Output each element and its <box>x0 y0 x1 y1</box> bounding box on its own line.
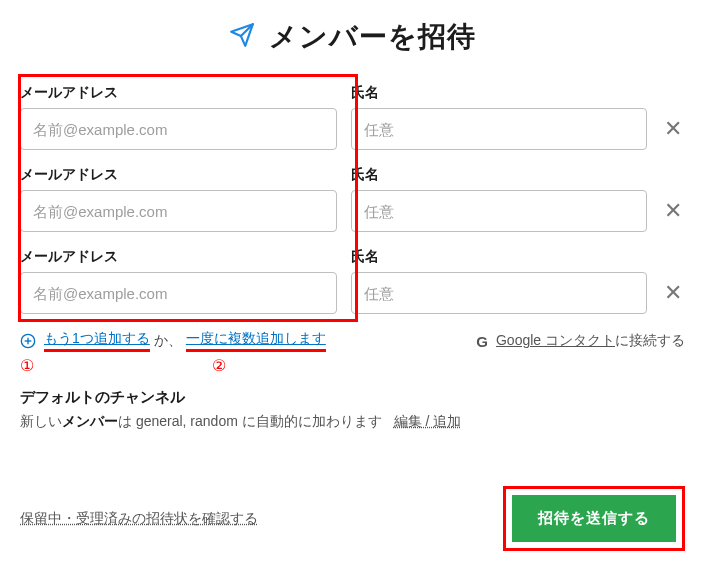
remove-row-icon[interactable]: ✕ <box>661 280 685 314</box>
invite-row: メールアドレス 氏名 ✕ <box>20 84 685 150</box>
links-row: もう1つ追加する か、 一度に複数追加します G Google コンタクトに接続… <box>20 330 685 352</box>
email-label: メールアドレス <box>20 84 337 102</box>
name-label: 氏名 <box>351 248 648 266</box>
google-connect: G Google コンタクトに接続する <box>476 332 685 350</box>
paper-plane-icon <box>229 22 255 52</box>
footer: 保留中・受理済みの招待状を確認する 招待を送信する <box>20 486 685 551</box>
page-title: メンバーを招待 <box>269 18 476 56</box>
email-input[interactable] <box>20 190 337 232</box>
plus-circle-icon <box>20 333 36 349</box>
email-label: メールアドレス <box>20 166 337 184</box>
name-input[interactable] <box>351 108 648 150</box>
name-input[interactable] <box>351 272 648 314</box>
add-one-link[interactable]: もう1つ追加する <box>44 330 150 352</box>
send-invite-button[interactable]: 招待を送信する <box>512 495 676 542</box>
default-channel-title: デフォルトのチャンネル <box>20 388 685 407</box>
or-text: か、 <box>154 332 182 350</box>
annotation-highlight-send: 招待を送信する <box>503 486 685 551</box>
name-label: 氏名 <box>351 84 648 102</box>
google-contacts-link[interactable]: Google コンタクト <box>496 332 615 348</box>
remove-row-icon[interactable]: ✕ <box>661 116 685 150</box>
email-label: メールアドレス <box>20 248 337 266</box>
email-input[interactable] <box>20 108 337 150</box>
invite-row: メールアドレス 氏名 ✕ <box>20 166 685 232</box>
annotation-number-2: ② <box>212 356 226 375</box>
add-many-link[interactable]: 一度に複数追加します <box>186 330 326 352</box>
edit-channels-link[interactable]: 編集 / 追加 <box>394 413 462 429</box>
name-label: 氏名 <box>351 166 648 184</box>
pending-invites-link[interactable]: 保留中・受理済みの招待状を確認する <box>20 510 258 528</box>
page-title-row: メンバーを招待 <box>20 18 685 56</box>
google-icon: G <box>476 333 488 350</box>
annotation-number-1: ① <box>20 356 34 375</box>
default-channel-desc: 新しいメンバーは general, random に自動的に加わります 編集 /… <box>20 413 685 431</box>
name-input[interactable] <box>351 190 648 232</box>
email-input[interactable] <box>20 272 337 314</box>
invite-fields: メールアドレス 氏名 ✕ メールアドレス 氏名 ✕ メールアドレス <box>20 84 685 314</box>
remove-row-icon[interactable]: ✕ <box>661 198 685 232</box>
invite-row: メールアドレス 氏名 ✕ <box>20 248 685 314</box>
google-suffix: に接続する <box>615 332 685 348</box>
